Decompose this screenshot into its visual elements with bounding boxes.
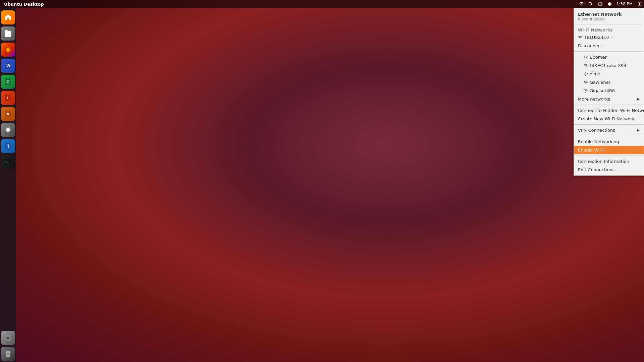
top-panel: Ubuntu Desktop En	[0, 0, 644, 8]
sidebar-item-writer[interactable]: W	[1, 59, 15, 73]
svg-rect-9	[5, 78, 11, 85]
svg-point-16	[5, 143, 11, 149]
svg-point-21	[7, 337, 9, 339]
network-name-direct-roku: DIRECT-roku-894	[590, 63, 627, 68]
svg-point-5	[6, 47, 10, 52]
session-icon[interactable]	[596, 0, 604, 8]
separator-5	[574, 136, 644, 136]
system-menu-icon[interactable]	[635, 0, 644, 8]
desktop-area	[16, 8, 644, 362]
network-name-gigaset: Gigaset4B6	[590, 88, 615, 93]
sidebar-item-firefox[interactable]	[1, 43, 15, 57]
enable-wifi-label: Enable Wi-Fi	[578, 147, 604, 153]
svg-marker-2	[608, 2, 610, 6]
keyboard-layout-icon[interactable]: En	[586, 0, 595, 8]
network-menu: Ethernet Network disconnected Wi-Fi Netw…	[574, 8, 644, 176]
sidebar-item-software[interactable]: A	[1, 107, 15, 121]
wifi-section-header: Wi-Fi Networks	[574, 26, 644, 33]
network-name-dlink: dlink	[590, 71, 600, 76]
desktop: Ubuntu Desktop En	[0, 0, 644, 362]
panel-right: En 1:38 PM	[577, 0, 644, 8]
svg-text:I: I	[7, 96, 8, 100]
svg-rect-13	[5, 111, 11, 117]
enable-wifi-item[interactable]: ✓ Enable Wi-Fi	[574, 146, 644, 154]
separator-1	[574, 24, 644, 24]
wifi-network-gigaset[interactable]: Gigaset4B6	[574, 86, 644, 95]
separator-6	[574, 156, 644, 156]
wifi-connected-item[interactable]: TELUS2410 ✓	[574, 33, 644, 42]
svg-text:>_: >_	[5, 160, 9, 164]
clock[interactable]: 1:38 PM	[614, 0, 635, 8]
wifi-network-boomer[interactable]: Boomer	[574, 53, 644, 61]
ethernet-status: disconnected	[578, 17, 640, 23]
separator-3	[574, 105, 644, 105]
connected-checkmark: ✓	[611, 35, 614, 40]
separator-4	[574, 124, 644, 125]
svg-rect-7	[5, 62, 11, 69]
sidebar-item-terminal[interactable]: >_	[1, 155, 15, 169]
keyboard-label: En	[588, 2, 593, 6]
vpn-connections-item[interactable]: VPN Connections ▶	[574, 126, 644, 134]
svg-text:W: W	[6, 64, 10, 68]
vpn-arrow: ▶	[637, 128, 640, 132]
panel-title: Ubuntu Desktop	[0, 2, 48, 7]
network-panel-icon[interactable]	[577, 0, 586, 8]
create-new-item[interactable]: Create New Wi-Fi Network…	[574, 115, 644, 123]
disconnect-label: Disconnect	[578, 43, 602, 48]
sidebar-item-calc[interactable]: C	[1, 75, 15, 89]
svg-point-22	[8, 338, 8, 338]
svg-text:C: C	[6, 80, 9, 84]
edit-connections-label: Edit Connections...	[578, 167, 619, 172]
more-networks-item[interactable]: More networks ▶	[574, 95, 644, 103]
network-name-boomer: Boomer	[590, 55, 607, 60]
svg-point-20	[5, 335, 11, 341]
connection-info-label: Connection Information	[578, 159, 629, 164]
sidebar-item-help[interactable]: ?	[1, 139, 15, 153]
sidebar-item-system-settings[interactable]	[1, 123, 15, 137]
connect-hidden-label: Connect to Hidden Wi-Fi Network…	[578, 108, 644, 113]
svg-point-4	[5, 46, 11, 53]
separator-2	[574, 51, 644, 52]
svg-rect-11	[5, 95, 11, 101]
svg-text:?: ?	[7, 143, 10, 149]
more-networks-label: More networks	[578, 97, 610, 102]
sidebar-item-impress[interactable]: I	[1, 91, 15, 105]
svg-point-15	[7, 129, 9, 131]
connection-info-item[interactable]: Connection Information	[574, 157, 644, 166]
disconnect-item[interactable]: Disconnect	[574, 42, 644, 50]
sidebar-item-disk[interactable]	[1, 331, 15, 345]
svg-text:A: A	[6, 112, 9, 116]
wifi-network-directroku[interactable]: DIRECT-roku-894	[574, 61, 644, 70]
connect-hidden-item[interactable]: Connect to Hidden Wi-Fi Network…	[574, 106, 644, 115]
enable-wifi-check: ✓	[577, 148, 580, 152]
sidebar: W C I A	[0, 8, 16, 362]
volume-icon[interactable]	[604, 0, 614, 8]
wifi-network-dlink[interactable]: dlink	[574, 70, 644, 78]
ethernet-label: Ethernet Network	[578, 12, 640, 17]
more-networks-arrow: ▶	[637, 97, 640, 101]
sidebar-item-files[interactable]	[1, 26, 15, 41]
svg-point-6	[7, 48, 9, 51]
network-name-gawlenet: Gawlenet	[590, 80, 610, 85]
enable-networking-check: ✓	[577, 139, 580, 144]
ethernet-section: Ethernet Network disconnected	[574, 10, 644, 23]
enable-networking-label: Enable Networking	[578, 139, 619, 144]
sidebar-item-trash[interactable]	[1, 347, 15, 361]
vpn-label: VPN Connections	[578, 128, 615, 133]
sidebar-item-home[interactable]	[1, 10, 15, 24]
wifi-network-gawlenet[interactable]: Gawlenet	[574, 78, 644, 86]
create-new-label: Create New Wi-Fi Network…	[578, 116, 639, 121]
svg-rect-18	[5, 159, 11, 165]
enable-networking-item[interactable]: ✓ Enable Networking	[574, 137, 644, 146]
connected-network-name: TELUS2410	[584, 35, 609, 40]
edit-connections-item[interactable]: Edit Connections...	[574, 166, 644, 174]
svg-point-3	[639, 3, 641, 5]
